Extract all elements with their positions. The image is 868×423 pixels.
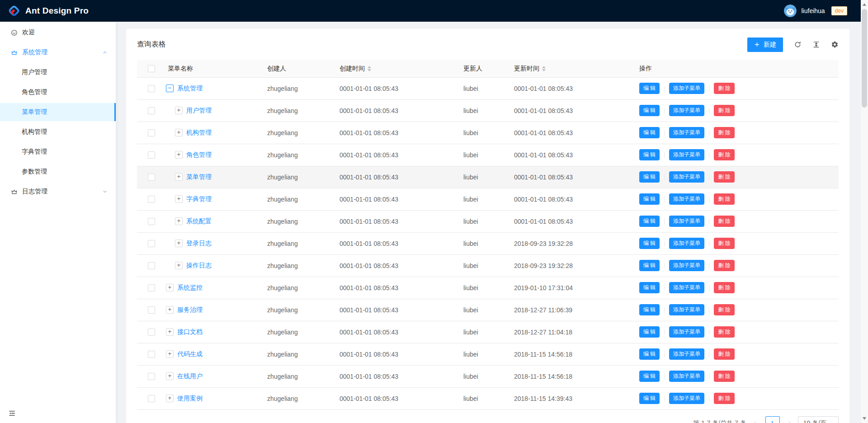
delete-button[interactable]: 删 除 bbox=[714, 282, 734, 293]
page-1-button[interactable]: 1 bbox=[765, 416, 780, 423]
edit-button[interactable]: 编 辑 bbox=[639, 171, 660, 183]
expand-row-button[interactable]: + bbox=[175, 217, 183, 225]
delete-button[interactable]: 删 除 bbox=[714, 238, 734, 249]
sidebar-item-param-mgmt[interactable]: 参数管理 bbox=[0, 163, 116, 181]
delete-button[interactable]: 删 除 bbox=[714, 127, 734, 138]
edit-button[interactable]: 编 辑 bbox=[639, 105, 660, 116]
menu-name-link[interactable]: 机构管理 bbox=[186, 129, 212, 136]
sidebar-item-dict-mgmt[interactable]: 字典管理 bbox=[0, 143, 116, 161]
add-submenu-button[interactable]: 添加子菜单 bbox=[669, 282, 704, 293]
sidebar-item-org-mgmt[interactable]: 机构管理 bbox=[0, 123, 116, 141]
logo-area[interactable]: Ant Design Pro bbox=[7, 4, 89, 18]
menu-name-link[interactable]: 登录日志 bbox=[186, 240, 212, 247]
delete-button[interactable]: 删 除 bbox=[714, 193, 734, 205]
row-checkbox[interactable] bbox=[148, 129, 155, 136]
sidebar-item-menu-mgmt[interactable]: 菜单管理 bbox=[0, 103, 116, 121]
add-submenu-button[interactable]: 添加子菜单 bbox=[669, 83, 704, 94]
page-scrollbar[interactable] bbox=[861, 0, 868, 423]
collapse-row-button[interactable]: − bbox=[166, 85, 174, 92]
expand-row-button[interactable]: + bbox=[166, 306, 174, 314]
expand-row-button[interactable]: + bbox=[166, 350, 174, 358]
column-header-3[interactable]: 创建时间 bbox=[340, 60, 463, 77]
menu-name-link[interactable]: 在线用户 bbox=[177, 372, 203, 380]
scrollbar-down-arrow[interactable] bbox=[863, 417, 866, 420]
row-checkbox[interactable] bbox=[148, 151, 155, 159]
delete-button[interactable]: 删 除 bbox=[714, 83, 734, 94]
delete-button[interactable]: 删 除 bbox=[714, 326, 734, 338]
expand-row-button[interactable]: + bbox=[175, 262, 183, 269]
menu-name-link[interactable]: 用户管理 bbox=[186, 107, 212, 114]
delete-button[interactable]: 删 除 bbox=[714, 105, 734, 116]
row-checkbox[interactable] bbox=[148, 351, 155, 358]
sidebar-item-log-mgmt[interactable]: 日志管理 bbox=[0, 183, 116, 201]
prev-page-button[interactable] bbox=[751, 416, 762, 423]
add-submenu-button[interactable]: 添加子菜单 bbox=[669, 105, 704, 116]
menu-name-link[interactable]: 系统监控 bbox=[177, 284, 203, 291]
settings-icon[interactable] bbox=[831, 41, 839, 48]
delete-button[interactable]: 删 除 bbox=[714, 216, 734, 227]
expand-row-button[interactable]: + bbox=[175, 107, 183, 114]
menu-name-link[interactable]: 字典管理 bbox=[186, 195, 212, 202]
reload-icon[interactable] bbox=[794, 41, 802, 48]
add-submenu-button[interactable]: 添加子菜单 bbox=[669, 171, 704, 183]
row-checkbox[interactable] bbox=[148, 395, 155, 402]
delete-button[interactable]: 删 除 bbox=[714, 393, 734, 404]
row-checkbox[interactable] bbox=[148, 218, 155, 225]
delete-button[interactable]: 删 除 bbox=[714, 371, 734, 382]
add-submenu-button[interactable]: 添加子菜单 bbox=[669, 326, 704, 338]
sidebar-item-system-mgmt[interactable]: 系统管理 bbox=[0, 43, 116, 61]
user-menu[interactable]: liufeihua dev bbox=[784, 5, 847, 17]
delete-button[interactable]: 删 除 bbox=[714, 260, 734, 271]
edit-button[interactable]: 编 辑 bbox=[639, 83, 660, 94]
expand-row-button[interactable]: + bbox=[175, 151, 183, 159]
expand-row-button[interactable]: + bbox=[175, 129, 183, 136]
sidebar-item-role-mgmt[interactable]: 角色管理 bbox=[0, 83, 116, 101]
menu-name-link[interactable]: 使用案例 bbox=[177, 395, 203, 402]
new-button[interactable]: 新建 bbox=[747, 38, 783, 52]
sorter-icon[interactable] bbox=[542, 66, 546, 71]
menu-fold-icon[interactable] bbox=[8, 409, 16, 417]
delete-button[interactable]: 删 除 bbox=[714, 171, 734, 183]
row-checkbox[interactable] bbox=[148, 107, 155, 114]
expand-row-button[interactable]: + bbox=[175, 173, 183, 181]
edit-button[interactable]: 编 辑 bbox=[639, 371, 660, 382]
column-height-icon[interactable] bbox=[812, 41, 820, 48]
row-checkbox[interactable] bbox=[148, 85, 155, 92]
row-checkbox[interactable] bbox=[148, 329, 155, 336]
expand-row-button[interactable]: + bbox=[166, 284, 174, 291]
edit-button[interactable]: 编 辑 bbox=[639, 193, 660, 205]
delete-button[interactable]: 删 除 bbox=[714, 348, 734, 360]
row-checkbox[interactable] bbox=[148, 284, 155, 291]
add-submenu-button[interactable]: 添加子菜单 bbox=[669, 127, 704, 138]
edit-button[interactable]: 编 辑 bbox=[639, 260, 660, 271]
menu-name-link[interactable]: 操作日志 bbox=[186, 262, 212, 269]
edit-button[interactable]: 编 辑 bbox=[639, 149, 660, 160]
edit-button[interactable]: 编 辑 bbox=[639, 326, 660, 338]
edit-button[interactable]: 编 辑 bbox=[639, 216, 660, 227]
add-submenu-button[interactable]: 添加子菜单 bbox=[669, 393, 704, 404]
add-submenu-button[interactable]: 添加子菜单 bbox=[669, 238, 704, 249]
expand-row-button[interactable]: + bbox=[175, 195, 183, 203]
column-header-5[interactable]: 更新时间 bbox=[514, 60, 639, 77]
scrollbar-up-arrow[interactable] bbox=[863, 3, 866, 6]
add-submenu-button[interactable]: 添加子菜单 bbox=[669, 216, 704, 227]
menu-name-link[interactable]: 服务治理 bbox=[177, 306, 203, 313]
add-submenu-button[interactable]: 添加子菜单 bbox=[669, 348, 704, 360]
add-submenu-button[interactable]: 添加子菜单 bbox=[669, 260, 704, 271]
edit-button[interactable]: 编 辑 bbox=[639, 127, 660, 138]
menu-name-link[interactable]: 系统管理 bbox=[177, 85, 203, 92]
page-size-select[interactable]: 10 条/页 bbox=[798, 416, 839, 423]
menu-name-link[interactable]: 系统配置 bbox=[186, 217, 212, 225]
sidebar-item-user-mgmt[interactable]: 用户管理 bbox=[0, 63, 116, 81]
scrollbar-thumb[interactable] bbox=[862, 9, 867, 108]
delete-button[interactable]: 删 除 bbox=[714, 149, 734, 160]
add-submenu-button[interactable]: 添加子菜单 bbox=[669, 193, 704, 205]
expand-row-button[interactable]: + bbox=[175, 240, 183, 247]
menu-name-link[interactable]: 菜单管理 bbox=[186, 173, 212, 180]
edit-button[interactable]: 编 辑 bbox=[639, 238, 660, 249]
row-checkbox[interactable] bbox=[148, 373, 155, 380]
sidebar-item-welcome[interactable]: 欢迎 bbox=[0, 24, 116, 42]
row-checkbox[interactable] bbox=[148, 262, 155, 269]
add-submenu-button[interactable]: 添加子菜单 bbox=[669, 304, 704, 315]
row-checkbox[interactable] bbox=[148, 196, 155, 203]
